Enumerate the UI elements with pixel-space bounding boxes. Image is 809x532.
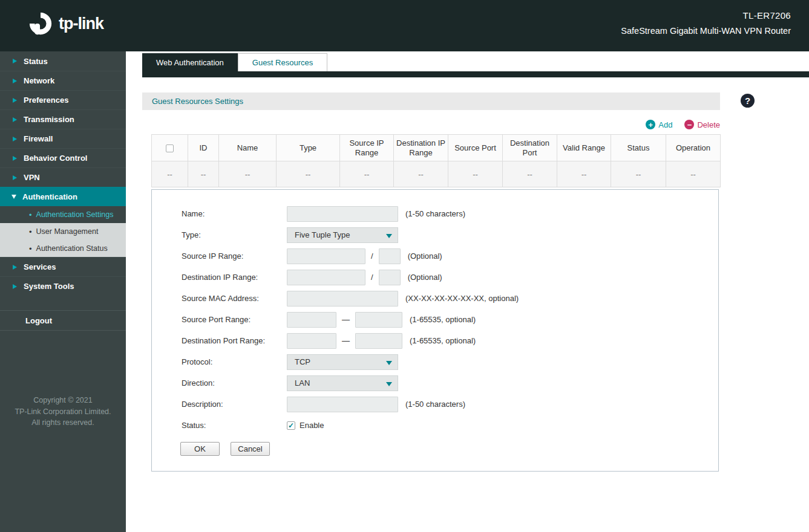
sidebar-item-transmission[interactable]: Transmission [0,109,126,129]
type-select-value: Five Tuple Type [295,230,350,239]
sidebar-item-behavior-control[interactable]: Behavior Control [0,148,126,167]
enable-checkbox[interactable]: ✓ [287,421,295,430]
sidebar-item-system-tools[interactable]: System Tools [0,276,126,296]
description-label: Description: [182,400,287,409]
cell-placeholder: -- [611,161,666,187]
protocol-label: Protocol: [182,357,287,366]
ok-button[interactable]: OK [180,442,220,456]
description-hint: (1-50 characters) [405,400,465,409]
sidebar-subitem-label: Authentication Status [36,244,108,253]
tp-link-logo: tp-link [28,11,103,36]
logout-button[interactable]: Logout [0,310,126,331]
protocol-select-value: TCP [295,357,310,366]
sidebar-item-firewall[interactable]: Firewall [0,129,126,148]
delete-button[interactable]: − Delete [684,120,720,129]
direction-select[interactable]: LAN [287,375,398,391]
copyright-line: TP-Link Corporation Limited. [0,406,126,418]
sidebar-item-label: Status [24,57,48,66]
table-toolbar: + Add − Delete [151,120,720,129]
col-destination-port: Destination Port [503,135,557,161]
sidebar: Status Network Preferences Transmission … [0,51,126,532]
sidebar-item-network[interactable]: Network [0,71,126,90]
dash-separator: — [342,336,350,345]
arrow-right-icon [13,79,17,83]
logout-label: Logout [25,316,52,325]
col-destination-ip-range: Destination IP Range [394,135,448,161]
form-row-direction: Direction: LAN [182,372,718,394]
sidebar-item-vpn[interactable]: VPN [0,167,126,187]
source-mac-input[interactable] [287,291,398,307]
sidebar-item-services[interactable]: Services [0,257,126,276]
source-ip-input[interactable] [287,248,365,264]
cell-placeholder: -- [394,161,448,187]
destination-ip-input[interactable] [287,270,365,285]
destination-port-label: Destination Port Range: [182,336,287,345]
destination-ip-mask-input[interactable] [379,270,401,285]
dash-separator: — [342,315,350,324]
section-title: Guest Resources Settings [142,92,720,110]
cell-placeholder: -- [277,161,340,187]
sidebar-item-authentication[interactable]: Authentication [0,187,126,206]
source-port-label: Source Port Range: [182,315,287,324]
router-admin-page: tp-link TL-ER7206 SafeStream Gigabit Mul… [0,0,809,532]
sidebar-item-label: VPN [24,173,40,182]
sidebar-item-status[interactable]: Status [0,51,126,71]
type-select[interactable]: Five Tuple Type [287,227,398,243]
copyright-line: All rights reserved. [0,417,126,429]
source-port-from-input[interactable] [287,312,336,328]
sidebar-subitem-authentication-status[interactable]: Authentication Status [0,240,126,257]
col-id: ID [188,135,219,161]
arrow-right-icon [13,265,17,270]
form-buttons: OK Cancel [180,442,718,456]
col-valid-range: Valid Range [557,135,611,161]
copyright-line: Copyright © 2021 [0,395,126,406]
add-button[interactable]: + Add [646,120,672,129]
cell-placeholder: -- [340,161,394,187]
name-hint: (1-50 characters) [405,209,465,218]
col-status: Status [611,135,666,161]
status-label: Status: [182,421,287,430]
form-row-source-port: Source Port Range: — (1-65535, optional) [182,309,718,330]
sidebar-item-label: Preferences [24,96,68,105]
description-input[interactable] [287,397,398,412]
plus-icon: + [646,120,655,129]
delete-label: Delete [697,120,720,129]
sidebar-item-preferences[interactable]: Preferences [0,90,126,109]
minus-icon: − [684,120,694,129]
direction-select-value: LAN [295,378,310,388]
destination-port-from-input[interactable] [287,333,336,349]
name-label: Name: [182,209,287,218]
form-row-name: Name: (1-50 characters) [182,203,718,224]
sidebar-subitem-authentication-settings[interactable]: Authentication Settings [0,206,126,223]
name-input[interactable] [287,206,398,222]
top-header: tp-link TL-ER7206 SafeStream Gigabit Mul… [0,0,809,51]
arrow-right-icon [13,284,17,289]
col-source-ip-range: Source IP Range [340,135,394,161]
guest-resource-form: Name: (1-50 characters) Type: Five Tuple… [151,189,719,472]
slash-separator: / [371,273,373,282]
chevron-down-icon [386,382,392,386]
sidebar-item-label: Behavior Control [24,154,87,163]
destination-port-hint: (1-65535, optional) [410,336,476,345]
form-row-source-mac: Source MAC Address: (XX-XX-XX-XX-XX-XX, … [182,288,718,309]
source-port-to-input[interactable] [355,312,402,328]
protocol-select[interactable]: TCP [287,354,398,370]
tab-guest-resources[interactable]: Guest Resources [238,53,327,71]
sidebar-item-label: Transmission [24,115,74,124]
cancel-button[interactable]: Cancel [231,442,270,456]
help-icon[interactable]: ? [741,94,755,108]
form-row-destination-port: Destination Port Range: — (1-65535, opti… [182,330,718,351]
sidebar-item-label: Firewall [24,134,53,143]
tab-web-authentication[interactable]: Web Authentication [142,53,238,71]
cell-placeholder: -- [448,161,503,187]
sidebar-subitem-label: Authentication Settings [36,210,114,219]
sidebar-subitem-user-management[interactable]: User Management [0,223,126,240]
sidebar-item-label: Authentication [22,192,77,201]
destination-port-to-input[interactable] [355,333,402,349]
col-source-port: Source Port [448,135,503,161]
source-ip-mask-input[interactable] [379,248,401,264]
cell-placeholder: -- [557,161,611,187]
arrow-right-icon [13,59,17,63]
sidebar-item-label: System Tools [24,282,74,291]
select-all-checkbox[interactable] [166,144,174,152]
